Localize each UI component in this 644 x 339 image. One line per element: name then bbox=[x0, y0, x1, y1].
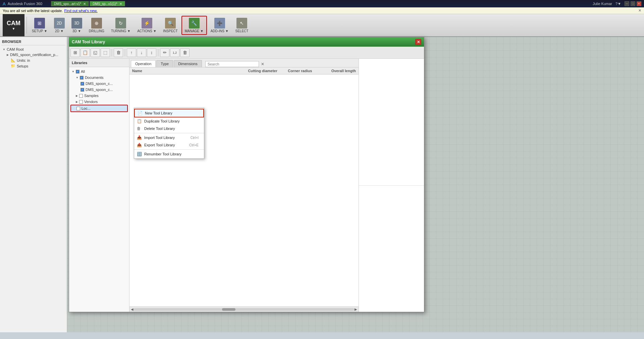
ctx-sep-2 bbox=[134, 149, 204, 150]
toolbar-turning[interactable]: ↻ TURNING ▼ bbox=[108, 16, 133, 35]
toolbar-2d[interactable]: 2D 2D ▼ bbox=[51, 16, 68, 35]
browser-setups[interactable]: 📁 Setups bbox=[1, 63, 65, 69]
toolbar-drilling[interactable]: ⊕ DRILLING bbox=[86, 16, 107, 35]
samples-checkbox[interactable] bbox=[79, 94, 83, 98]
tab-type[interactable]: Type bbox=[156, 60, 173, 67]
tab-dimensions[interactable]: Dimensions bbox=[174, 60, 202, 67]
scroll-right-arrow[interactable]: ▶ bbox=[355, 307, 357, 311]
move-down-btn[interactable]: ↓ bbox=[137, 48, 146, 57]
scroll-track[interactable] bbox=[133, 308, 355, 311]
notification-link[interactable]: Find out what's new. bbox=[64, 9, 97, 13]
cam-dropdown-arrow: ▼ bbox=[12, 27, 15, 31]
browser-root[interactable]: ▼ CAM Root bbox=[1, 47, 65, 52]
scroll-left-arrow[interactable]: ◀ bbox=[131, 307, 133, 311]
toolbar-manage[interactable]: 🔧 MANAGE ▼ bbox=[181, 16, 207, 35]
browser-header: BROWSER bbox=[1, 38, 65, 45]
docs-checkbox[interactable]: ✓ bbox=[80, 76, 84, 80]
tab-1-label: DMS_spo...art v1* bbox=[54, 2, 81, 6]
delete-lib-icon: 🗑 bbox=[137, 126, 141, 131]
ctx-import-tool-library[interactable]: 📥 Import Tool Library Ctrl+I bbox=[134, 134, 204, 141]
paste-btn[interactable]: ⬚ bbox=[101, 48, 110, 57]
tab-operation[interactable]: Operation bbox=[131, 60, 156, 67]
browser-doc[interactable]: ▶ DMS_spoon_certification_p... bbox=[1, 52, 65, 57]
col-name-header: Name bbox=[132, 69, 244, 73]
edit-btn[interactable]: ✏ bbox=[160, 48, 169, 57]
toolbar-select[interactable]: ↖ SELECT bbox=[232, 16, 251, 35]
notification-close[interactable]: ✕ bbox=[638, 8, 641, 13]
lib-all[interactable]: ▼ ✓ All bbox=[70, 68, 128, 75]
ctx-duplicate-label: Duplicate Tool Library bbox=[144, 119, 180, 123]
export-lib-icon: 📤 bbox=[137, 143, 142, 147]
lib-vendors[interactable]: ▶ Vendors bbox=[70, 99, 128, 105]
toolbar-actions[interactable]: ⚡ ACTIONS ▼ bbox=[134, 16, 159, 35]
setups-icon: 📁 bbox=[11, 64, 15, 68]
search-input[interactable] bbox=[205, 61, 259, 67]
duplicate-btn[interactable]: 📋 bbox=[80, 48, 90, 57]
cam-label-text: CAM bbox=[7, 20, 20, 27]
sort-btn[interactable]: ↕ bbox=[147, 48, 156, 57]
dlg-sep-1 bbox=[112, 49, 112, 56]
ctx-duplicate-tool-library[interactable]: 📋 Duplicate Tool Library bbox=[134, 117, 204, 125]
maximize-btn[interactable]: □ bbox=[631, 1, 635, 6]
notification-text: You are all set with the latest update. bbox=[3, 9, 63, 13]
close-btn[interactable]: ✕ bbox=[637, 1, 641, 6]
copy-btn[interactable]: ◱ bbox=[91, 48, 100, 57]
col-cd-header: Cutting diameter bbox=[244, 69, 281, 73]
lib-documents[interactable]: ▼ ✓ Documents bbox=[70, 75, 128, 81]
preview-bottom bbox=[359, 186, 424, 312]
local-checkbox[interactable] bbox=[76, 107, 80, 110]
scroll-thumb[interactable] bbox=[222, 308, 235, 311]
root-arrow: ▼ bbox=[3, 48, 5, 51]
tab-2[interactable]: DMS_sp...v1(1)* ✕ bbox=[90, 1, 125, 6]
tab-1[interactable]: DMS_spo...art v1* ✕ bbox=[51, 1, 89, 6]
lib-all-label: All bbox=[81, 69, 85, 74]
cam-workspace[interactable]: CAM ▼ bbox=[3, 14, 24, 36]
2d-label: 2D ▼ bbox=[55, 29, 63, 33]
tab-2-close[interactable]: ✕ bbox=[119, 2, 122, 6]
dialog-close-btn[interactable]: ✕ bbox=[415, 39, 421, 45]
renumber-btn[interactable]: 1,2 bbox=[170, 48, 179, 57]
lib-dms1-label: DMS_spoon_c... bbox=[86, 82, 113, 86]
dms1-checkbox[interactable]: ✓ bbox=[80, 82, 84, 86]
select-label: SELECT bbox=[235, 29, 248, 33]
setup-icon: ⊞ bbox=[34, 18, 45, 29]
title-bar-left: A Autodesk Fusion 360 DMS_spo...art v1* … bbox=[3, 1, 125, 6]
help-btn[interactable]: ?▼ bbox=[615, 2, 621, 6]
search-clear-btn[interactable]: ✕ bbox=[260, 61, 266, 67]
tab-dimensions-label: Dimensions bbox=[178, 62, 197, 66]
minimize-btn[interactable]: ─ bbox=[625, 1, 629, 6]
ctx-renumber-tool-library[interactable]: 🔢 Renumber Tool Library bbox=[134, 150, 204, 158]
browser-units[interactable]: 📐 Units: in bbox=[1, 57, 65, 63]
remove-btn[interactable]: 🗑 bbox=[180, 48, 190, 57]
dialog-body: Libraries ▼ ✓ All ▼ ✓ Documents bbox=[69, 59, 424, 312]
horizontal-scrollbar[interactable]: ◀ ▶ bbox=[129, 306, 359, 312]
toolbar-setup[interactable]: ⊞ SETUP ▼ bbox=[29, 16, 50, 35]
lib-samples[interactable]: ▶ Samples bbox=[70, 93, 128, 99]
delete-btn[interactable]: 🗑 bbox=[114, 48, 123, 57]
manage-icon: 🔧 bbox=[189, 18, 200, 29]
toolbar-3d[interactable]: 3D 3D ▼ bbox=[68, 16, 85, 35]
ctx-delete-tool-library[interactable]: 🗑 Delete Tool Library bbox=[134, 125, 204, 132]
lib-dms2[interactable]: ✓ DMS_spoon_c... bbox=[70, 87, 128, 93]
3d-icon: 3D bbox=[71, 18, 82, 29]
all-checkbox[interactable]: ✓ bbox=[76, 70, 79, 74]
turning-icon: ↻ bbox=[115, 18, 126, 29]
ctx-export-tool-library[interactable]: 📤 Export Tool Library Ctrl+E bbox=[134, 141, 204, 149]
manage-label: MANAGE ▼ bbox=[185, 29, 204, 33]
lib-local[interactable]: Loc... bbox=[70, 105, 128, 112]
tab-1-close[interactable]: ✕ bbox=[83, 2, 86, 6]
toolbar-addins[interactable]: ➕ ADD-INS ▼ bbox=[208, 16, 232, 35]
vendors-checkbox[interactable] bbox=[79, 100, 83, 104]
user-name[interactable]: Julie Kumar bbox=[593, 2, 612, 6]
import-lib-icon: 📥 bbox=[137, 135, 142, 140]
drilling-label: DRILLING bbox=[89, 29, 104, 33]
toolbar-inspect[interactable]: 🔍 INSPECT bbox=[160, 16, 180, 35]
dms2-checkbox[interactable]: ✓ bbox=[80, 88, 84, 92]
ctx-new-tool-library[interactable]: 📄 New Tool Library bbox=[134, 109, 204, 117]
dialog-toolbar: ⊞ 📋 ◱ ⬚ 🗑 ↑ ↓ ↕ ✏ 1,2 🗑 bbox=[69, 47, 424, 59]
new-tool-btn[interactable]: ⊞ bbox=[70, 48, 80, 57]
inspect-label: INSPECT bbox=[163, 29, 177, 33]
lib-dms1[interactable]: ✓ DMS_spoon_c... bbox=[70, 81, 128, 87]
tools-table-header: Name Cutting diameter Corner radius Over… bbox=[129, 67, 359, 75]
move-up-btn[interactable]: ↑ bbox=[127, 48, 136, 57]
